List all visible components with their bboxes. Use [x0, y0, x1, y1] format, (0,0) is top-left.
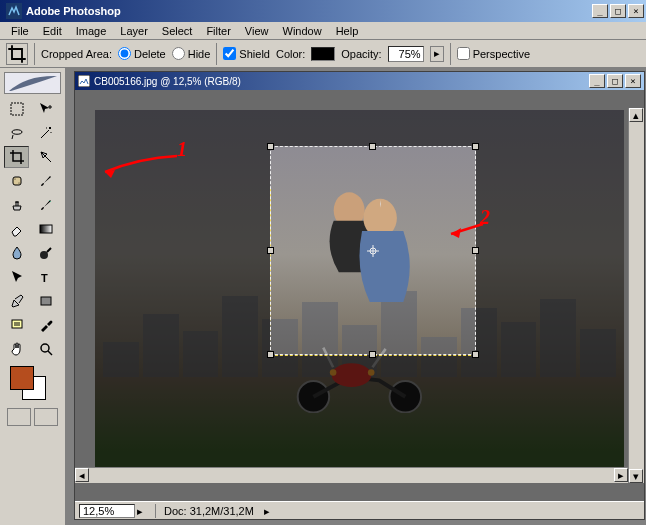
zoom-input[interactable]	[79, 504, 135, 518]
menu-layer[interactable]: Layer	[113, 24, 155, 38]
tool-zoom[interactable]	[34, 338, 59, 360]
opacity-input[interactable]	[388, 46, 424, 62]
maximize-button[interactable]: □	[610, 4, 626, 18]
app-title: Adobe Photoshop	[26, 5, 592, 17]
opacity-flyout[interactable]: ▸	[430, 46, 444, 62]
svg-rect-11	[78, 75, 90, 87]
zoom-flyout-icon[interactable]: ▸	[137, 505, 149, 517]
mode-standard[interactable]	[7, 408, 31, 426]
canvas-area[interactable]: 1 2 ▴ ▾ ◂ ▸	[75, 90, 644, 501]
shield-color-swatch[interactable]	[311, 47, 335, 61]
tool-notes[interactable]	[4, 314, 29, 336]
svg-rect-9	[12, 320, 22, 328]
tool-history-brush[interactable]	[34, 194, 59, 216]
svg-point-6	[40, 251, 48, 259]
tool-eyedropper[interactable]	[34, 314, 59, 336]
divider	[216, 43, 217, 65]
hide-radio[interactable]: Hide	[172, 47, 211, 60]
shield-checkbox[interactable]: Shield	[223, 47, 270, 60]
tool-path-select[interactable]	[4, 266, 29, 288]
doc-close-button[interactable]: ×	[625, 74, 641, 88]
toolbox-logo	[4, 72, 61, 94]
menu-edit[interactable]: Edit	[36, 24, 69, 38]
perspective-label: Perspective	[473, 48, 530, 60]
document-area: CB005166.jpg @ 12,5% (RGB/8) _ □ ×	[66, 68, 646, 525]
tool-brush[interactable]	[34, 170, 59, 192]
scroll-down-button[interactable]: ▾	[629, 469, 643, 483]
tool-crop[interactable]	[4, 146, 29, 168]
main-area: T CB005166.jpg @ 12,5% (RGB/8)	[0, 68, 646, 525]
mode-quickmask[interactable]	[34, 408, 58, 426]
app-icon	[6, 3, 22, 19]
menu-help[interactable]: Help	[329, 24, 366, 38]
svg-rect-1	[11, 103, 23, 115]
tool-hand[interactable]	[4, 338, 29, 360]
svg-text:T: T	[41, 272, 48, 284]
tool-marquee[interactable]	[4, 98, 29, 120]
horizontal-scrollbar[interactable]: ◂ ▸	[75, 467, 628, 483]
vertical-scrollbar[interactable]: ▴ ▾	[628, 108, 644, 483]
divider	[34, 43, 35, 65]
foreground-color[interactable]	[10, 366, 34, 390]
crop-handle-se[interactable]	[472, 351, 479, 358]
color-label: Color:	[276, 48, 305, 60]
doc-minimize-button[interactable]: _	[589, 74, 605, 88]
document-window: CB005166.jpg @ 12,5% (RGB/8) _ □ ×	[74, 71, 645, 520]
crop-handle-sw[interactable]	[267, 351, 274, 358]
titlebar: Adobe Photoshop _ □ ×	[0, 0, 646, 22]
crop-center-icon	[367, 245, 379, 257]
tool-eraser[interactable]	[4, 218, 29, 240]
delete-radio[interactable]: Delete	[118, 47, 166, 60]
tool-lasso[interactable]	[4, 122, 29, 144]
doc-maximize-button[interactable]: □	[607, 74, 623, 88]
tool-slice[interactable]	[34, 146, 59, 168]
tool-healing[interactable]	[4, 170, 29, 192]
scroll-right-button[interactable]: ▸	[614, 468, 628, 482]
document-titlebar[interactable]: CB005166.jpg @ 12,5% (RGB/8) _ □ ×	[75, 72, 644, 90]
image-canvas[interactable]	[95, 110, 624, 471]
svg-point-10	[41, 344, 49, 352]
crop-handle-n[interactable]	[369, 143, 376, 150]
crop-shield-bottom	[95, 355, 624, 471]
delete-label: Delete	[134, 48, 166, 60]
crop-shield-left	[95, 146, 270, 355]
perspective-checkbox[interactable]: Perspective	[457, 47, 530, 60]
crop-handle-s[interactable]	[369, 351, 376, 358]
menu-window[interactable]: Window	[276, 24, 329, 38]
crop-handle-w[interactable]	[267, 247, 274, 254]
minimize-button[interactable]: _	[592, 4, 608, 18]
scroll-left-button[interactable]: ◂	[75, 468, 89, 482]
menu-view[interactable]: View	[238, 24, 276, 38]
crop-rectangle[interactable]	[270, 146, 476, 355]
crop-handle-nw[interactable]	[267, 143, 274, 150]
menu-image[interactable]: Image	[69, 24, 114, 38]
tool-move[interactable]	[34, 98, 59, 120]
tool-type[interactable]: T	[34, 266, 59, 288]
crop-shield-right	[476, 146, 624, 355]
close-button[interactable]: ×	[628, 4, 644, 18]
tool-grid: T	[4, 98, 61, 360]
document-statusbar: ▸ Doc: 31,2M/31,2M ▸	[75, 501, 644, 519]
svg-point-3	[14, 179, 15, 180]
tool-magic-wand[interactable]	[34, 122, 59, 144]
tool-gradient[interactable]	[34, 218, 59, 240]
menu-file[interactable]: File	[4, 24, 36, 38]
docsize-flyout-icon[interactable]: ▸	[264, 505, 276, 517]
tool-pen[interactable]	[4, 290, 29, 312]
tool-dodge[interactable]	[34, 242, 59, 264]
tool-shape[interactable]	[34, 290, 59, 312]
crop-handle-ne[interactable]	[472, 143, 479, 150]
menu-filter[interactable]: Filter	[199, 24, 237, 38]
mode-buttons	[4, 408, 61, 426]
color-picker	[4, 366, 61, 402]
crop-icon[interactable]	[6, 43, 28, 65]
cropped-area-label: Cropped Area:	[41, 48, 112, 60]
doc-icon	[78, 75, 90, 87]
svg-rect-8	[41, 297, 51, 305]
tool-clone[interactable]	[4, 194, 29, 216]
menu-select[interactable]: Select	[155, 24, 200, 38]
tool-blur[interactable]	[4, 242, 29, 264]
crop-handle-e[interactable]	[472, 247, 479, 254]
scroll-up-button[interactable]: ▴	[629, 108, 643, 122]
svg-rect-2	[13, 177, 21, 185]
